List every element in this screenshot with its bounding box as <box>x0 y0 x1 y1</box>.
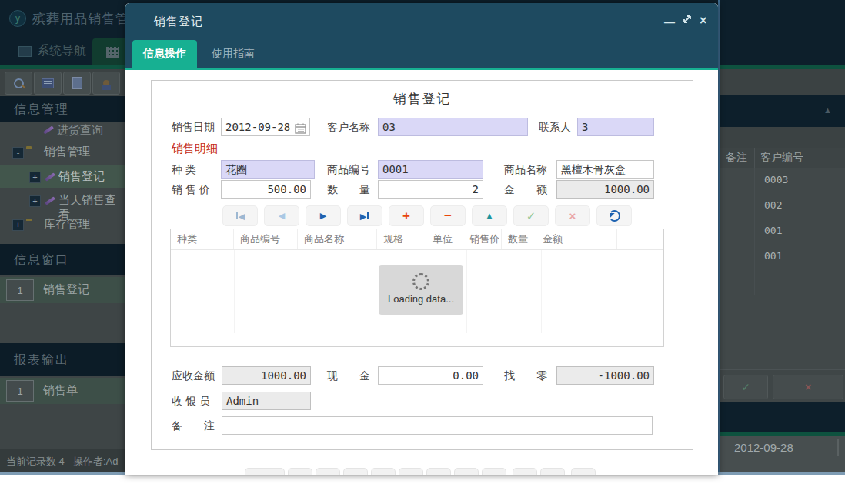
cashier-input: Admin <box>222 392 311 410</box>
list-item-label: 销售单 <box>43 383 78 398</box>
section-info-window[interactable]: 信息窗口 <box>0 244 125 275</box>
contact-input[interactable]: 3 <box>577 118 654 136</box>
right-background-panel: ▲ 备注 客户编号 0003 002 001 001 <box>718 0 845 475</box>
tree-item-sales-register[interactable]: + 销售登记 <box>0 165 125 188</box>
section-info-management[interactable]: 信息管理 <box>0 96 125 122</box>
tab-info-operation[interactable]: 信息操作 <box>132 40 197 68</box>
cancel-button[interactable]: × <box>773 375 843 399</box>
confirm-button[interactable]: ✓ <box>723 375 768 399</box>
remark-input[interactable] <box>222 416 653 435</box>
column-header[interactable]: 客户编号 <box>760 151 803 165</box>
category-label: 种 类 <box>172 163 196 177</box>
bottom-toolbar-button[interactable] <box>540 468 565 475</box>
grid-header-cell[interactable]: 销售价 <box>463 229 502 249</box>
grid-header-cell[interactable]: 规格 <box>377 229 426 249</box>
cell-customer-id: 001 <box>764 225 782 236</box>
table-row[interactable]: 002 <box>720 193 845 219</box>
grid-header-cell[interactable]: 金额 <box>536 229 617 249</box>
maximize-icon[interactable] <box>682 14 693 28</box>
price-value: 500.00 <box>267 183 306 195</box>
grid-next-button[interactable]: ▶ <box>306 205 341 226</box>
table-row[interactable] <box>720 269 845 295</box>
sale-date-input[interactable]: 2012-09-28 <box>221 118 310 136</box>
grid-prev-button[interactable]: ◀ <box>264 205 299 226</box>
dialog-titlebar[interactable]: 销售登记 — × <box>125 3 718 40</box>
loading-text: Loading data... <box>379 293 463 305</box>
grid-header-cell[interactable]: 商品名称 <box>298 229 377 249</box>
category-input[interactable]: 花圈 <box>221 160 315 179</box>
item-number-badge: 1 <box>6 279 34 301</box>
grid-refresh-button[interactable] <box>596 205 632 226</box>
grid-header-cell[interactable]: 数量 <box>502 229 536 249</box>
pen-icon <box>43 125 54 134</box>
right-date-row[interactable]: 2012-09-28 <box>720 436 845 472</box>
column-header[interactable]: 备注 <box>726 151 747 165</box>
right-titlebar <box>720 0 845 65</box>
cash-input[interactable]: 0.00 <box>378 366 483 385</box>
bottom-toolbar-button[interactable] <box>482 468 506 475</box>
grid-header-cell[interactable]: 商品编号 <box>234 229 298 249</box>
grid-column <box>235 250 299 333</box>
tree-label: 进货查询 <box>57 123 103 138</box>
grid-cancel-button[interactable]: × <box>555 205 590 226</box>
sale-date-label: 销售日期 <box>172 121 215 135</box>
tab-user-guide[interactable]: 使用指南 <box>202 40 264 68</box>
expand-plus-icon[interactable]: + <box>29 172 41 183</box>
contacts-button[interactable] <box>34 72 62 95</box>
product-name-input[interactable]: 黑檀木骨灰盒 <box>556 160 654 179</box>
collapse-minus-icon[interactable]: - <box>12 147 24 159</box>
grid-header-cell[interactable]: 单位 <box>426 229 463 249</box>
grid-add-button[interactable]: + <box>389 205 424 226</box>
minimize-button[interactable]: — <box>664 17 675 28</box>
scroll-divider <box>837 439 839 456</box>
sale-date-value: 2012-09-28 <box>225 121 290 133</box>
pen-icon <box>45 172 55 181</box>
grid-column <box>171 250 235 333</box>
users-icon <box>103 80 109 86</box>
grid-up-button[interactable]: ▲ <box>472 205 507 226</box>
column-divider <box>754 148 755 168</box>
window-list-item[interactable]: 1 销售登记 <box>0 277 125 303</box>
bottom-toolbar-button[interactable] <box>513 468 537 475</box>
bottom-toolbar-button[interactable] <box>426 468 451 475</box>
bottom-toolbar-button[interactable] <box>288 468 312 475</box>
bottom-toolbar-button[interactable] <box>371 468 396 475</box>
bottom-toolbar-button[interactable] <box>399 468 423 475</box>
tree-item-sales-management[interactable]: - 销售管理 <box>0 142 125 163</box>
bottom-toolbar-button[interactable] <box>316 468 340 475</box>
collapse-arrow-icon[interactable]: ▲ <box>823 105 832 115</box>
bottom-toolbar-button[interactable] <box>571 468 596 475</box>
bottom-toolbar-button[interactable] <box>454 468 479 475</box>
grid-ok-button[interactable]: ✓ <box>513 205 549 226</box>
table-row[interactable]: 001 <box>720 244 845 270</box>
report-list-item[interactable]: 1 销售单 <box>0 378 125 404</box>
table-row[interactable]: 0003 <box>720 168 845 194</box>
tab-system-nav[interactable]: 系统导航 <box>37 43 86 59</box>
price-input[interactable]: 500.00 <box>221 180 311 199</box>
grid-icon <box>106 47 119 58</box>
expand-plus-icon[interactable]: + <box>12 219 24 231</box>
cell-customer-id: 002 <box>764 199 782 211</box>
tree-item-today-sales[interactable]: + 当天销售查看 <box>0 190 125 212</box>
grid-last-button[interactable]: ▶ <box>347 205 382 226</box>
table-row[interactable]: 001 <box>720 219 845 245</box>
close-button[interactable]: × <box>700 15 706 26</box>
section-report-output[interactable]: 报表输出 <box>0 343 125 376</box>
users-button[interactable] <box>92 72 120 95</box>
grid-remove-button[interactable]: − <box>430 205 466 226</box>
bottom-toolbar-button[interactable] <box>343 468 368 475</box>
search-button[interactable] <box>5 72 32 95</box>
document-icon <box>72 77 82 89</box>
bottom-toolbar-button[interactable] <box>245 468 285 475</box>
expand-plus-icon[interactable]: + <box>29 195 41 207</box>
customer-input[interactable]: 03 <box>378 118 528 136</box>
grid-header-cell[interactable]: 种类 <box>171 229 234 249</box>
document-button[interactable] <box>63 72 91 95</box>
product-code-input[interactable]: 0001 <box>378 160 483 179</box>
calendar-icon[interactable] <box>293 121 307 135</box>
tree-item-purchase-query[interactable]: 进货查询 <box>0 122 125 138</box>
tree-item-inventory-management[interactable]: + 库存管理 <box>0 214 125 235</box>
change-label: 找 零 <box>504 369 547 383</box>
grid-first-button[interactable]: ◀ <box>222 205 258 226</box>
qty-input[interactable]: 2 <box>378 180 483 199</box>
